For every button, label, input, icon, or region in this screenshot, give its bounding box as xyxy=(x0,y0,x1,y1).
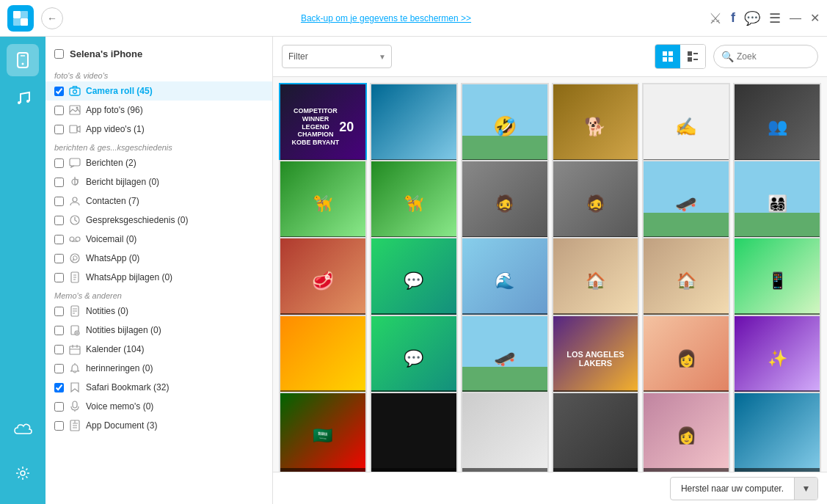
tree-item-safari-bookmark[interactable]: Safari Bookmark (32) xyxy=(45,378,272,397)
tree-item-voice-memos[interactable]: Voice memo's (0) xyxy=(45,397,272,416)
svg-rect-34 xyxy=(70,346,80,354)
checkbox-herinneringen[interactable] xyxy=(54,364,64,373)
checkbox-whatsapp-bijlagen[interactable] xyxy=(54,273,64,282)
svg-rect-1 xyxy=(21,11,28,18)
photo-cell-11[interactable]: 🛹AE62512....JPG xyxy=(642,160,730,248)
tree-item-kalender[interactable]: Kalender (104) xyxy=(45,340,272,359)
photo-cell-1[interactable]: COMPETITORWINNERLEGENDCHAMPIONKOBE BRYAN… xyxy=(279,83,367,171)
checkbox-bericht-bijlagen[interactable] xyxy=(54,178,64,187)
restore-dropdown-icon[interactable]: ▼ xyxy=(794,478,817,500)
device-checkbox[interactable] xyxy=(54,49,64,59)
photo-cell-8[interactable]: 🦮C06AC7F....JPG xyxy=(370,160,458,248)
section-label-photos: foto's & video's xyxy=(45,67,272,81)
tree-item-voicemail[interactable]: Voicemail (0) xyxy=(45,230,272,249)
back-button[interactable]: ← xyxy=(41,7,63,29)
photo-cell-7[interactable]: 🦮D1959EB....JPG xyxy=(279,160,367,248)
photo-cell-5[interactable]: ✍️DA976C83...tiff xyxy=(642,83,730,171)
checkbox-contacten[interactable] xyxy=(54,197,64,206)
restore-label: Herstel naar uw computer. xyxy=(671,483,794,494)
minimize-button[interactable]: — xyxy=(790,12,801,25)
checkbox-safari-bookmark[interactable] xyxy=(54,383,64,392)
photo-cell-16[interactable]: 🏠A3FCFE0....J... xyxy=(552,237,640,325)
history-icon xyxy=(68,213,81,227)
search-input[interactable] xyxy=(737,51,810,62)
tree-item-contacten[interactable]: Contacten (7) xyxy=(45,191,272,211)
view-toggle xyxy=(655,44,706,69)
photo-cell-29[interactable]: 👩... xyxy=(642,392,730,472)
checkbox-whatsapp[interactable] xyxy=(54,254,64,263)
sidebar-item-tools[interactable] xyxy=(7,457,39,489)
checkbox-app-videos[interactable] xyxy=(54,125,64,134)
photo-cell-20[interactable]: 💬88219D2....J... xyxy=(370,315,458,403)
tree-item-whatsapp-bijlagen[interactable]: WhatsApp bijlagen (0) xyxy=(45,268,272,287)
checkbox-voicemail[interactable] xyxy=(54,235,64,244)
svg-rect-41 xyxy=(663,51,667,56)
photo-cell-4[interactable]: 🐕DD67045....J... xyxy=(552,83,640,171)
sidebar-item-phone[interactable] xyxy=(7,44,39,76)
photo-cell-27[interactable]: ... xyxy=(461,392,549,472)
tree-item-gespreksgeschiedenis[interactable]: Gespreksgeschiedenis (0) xyxy=(45,211,272,230)
photo-cell-24[interactable]: ✨736B3E9F..... xyxy=(733,315,821,403)
tree-item-app-photos[interactable]: App foto's (96) xyxy=(45,101,272,120)
checkbox-gespreksgeschiedenis[interactable] xyxy=(54,216,64,225)
checkbox-voice-memos[interactable] xyxy=(54,402,64,412)
photo-cell-18[interactable]: 📱A1D1EDF....J... xyxy=(733,237,821,325)
restore-button[interactable]: Herstel naar uw computer. ▼ xyxy=(670,477,818,500)
tree-item-camera-roll[interactable]: Camera roll (45) xyxy=(45,81,272,101)
photo-cell-19[interactable]: 9F4F2E09..... xyxy=(279,315,367,403)
whatsapp-label: WhatsApp (0) xyxy=(86,253,265,263)
svg-rect-44 xyxy=(668,57,673,62)
sidebar-item-music[interactable] xyxy=(7,82,39,114)
photo-cell-10[interactable]: 🧔B1F0C26....JPG xyxy=(552,160,640,248)
photo-cell-2[interactable]: F2DBB63....JPG xyxy=(370,83,458,171)
checkbox-camera-roll[interactable] xyxy=(54,87,64,96)
svg-rect-47 xyxy=(693,53,698,54)
photo-cell-22[interactable]: LOS ANGELESLAKERS73D061B....JPG xyxy=(552,315,640,403)
checkbox-app-photos[interactable] xyxy=(54,106,64,115)
checkbox-kalender[interactable] xyxy=(54,345,64,354)
photo-cell-15[interactable]: 🌊A4F82CB....JPG xyxy=(461,237,549,325)
svg-rect-48 xyxy=(693,59,698,60)
photo-cell-6[interactable]: 👥DA8243A....J... xyxy=(733,83,821,171)
photo-cell-26[interactable]: ... xyxy=(370,392,458,472)
svg-rect-0 xyxy=(13,11,21,18)
tree-item-notities-bijlagen[interactable]: Notities bijlagen (0) xyxy=(45,321,272,340)
tree-item-app-document[interactable]: App Document (3) xyxy=(45,416,272,435)
grid-view-button[interactable] xyxy=(655,45,680,68)
photo-cell-23[interactable]: 👩736D3E9....JPG xyxy=(642,315,730,403)
filter-select[interactable]: Filter Alle foto's Foto's Video's xyxy=(282,45,392,68)
photo-cell-14[interactable]: 💬A587BD4....J... xyxy=(370,237,458,325)
sidebar-item-cloud[interactable] xyxy=(7,413,39,445)
svg-rect-43 xyxy=(663,57,667,62)
close-button[interactable]: ✕ xyxy=(810,11,820,25)
chat-icon[interactable]: 💬 xyxy=(744,10,760,26)
tree-item-herinneringen[interactable]: herinneringen (0) xyxy=(45,359,272,378)
menu-icon[interactable]: ☰ xyxy=(769,10,781,26)
photo-cell-21[interactable]: 🛹84C986E....JPG xyxy=(461,315,549,403)
photo-cell-25[interactable]: 🇸🇦... xyxy=(279,392,367,472)
tree-item-bericht-bijlagen[interactable]: Bericht bijlagen (0) xyxy=(45,172,272,191)
facebook-icon[interactable]: f xyxy=(731,10,735,26)
tree-item-app-videos[interactable]: App video's (1) xyxy=(45,120,272,139)
checkbox-notities[interactable] xyxy=(54,307,64,316)
camera-icon xyxy=(68,84,81,98)
checkbox-berichten[interactable] xyxy=(54,158,64,168)
photo-cell-17[interactable]: 🏠A26862E....J... xyxy=(642,237,730,325)
photo-cell-28[interactable]: ... xyxy=(552,392,640,472)
photo-cell-30[interactable]: ... xyxy=(733,392,821,472)
list-view-button[interactable] xyxy=(680,45,705,68)
device-name: Selena's iPhone xyxy=(70,48,142,59)
voice-icon xyxy=(68,400,81,413)
backup-link[interactable]: Back-up om je gegevens te beschermen >> xyxy=(301,13,471,23)
tree-item-berichten[interactable]: Berichten (2) xyxy=(45,153,272,172)
checkbox-notities-bijlagen[interactable] xyxy=(54,326,64,335)
tree-item-whatsapp[interactable]: WhatsApp (0) xyxy=(45,249,272,268)
photo-cell-12[interactable]: 👨‍👩‍👧‍👦A7A206E....J... xyxy=(733,160,821,248)
checkbox-app-document[interactable] xyxy=(54,421,64,431)
photo-cell-3[interactable]: 🤣DE7D2B0....J... xyxy=(461,83,549,171)
svg-rect-2 xyxy=(13,18,21,26)
photo-cell-13[interactable]: 🥩A5DBEBD....J... xyxy=(279,237,367,325)
photo-cell-9[interactable]: 🧔BD0EE9A....J... xyxy=(461,160,549,248)
ok-icon[interactable]: ⚔ xyxy=(709,10,722,27)
tree-item-notities[interactable]: Notities (0) xyxy=(45,302,272,321)
